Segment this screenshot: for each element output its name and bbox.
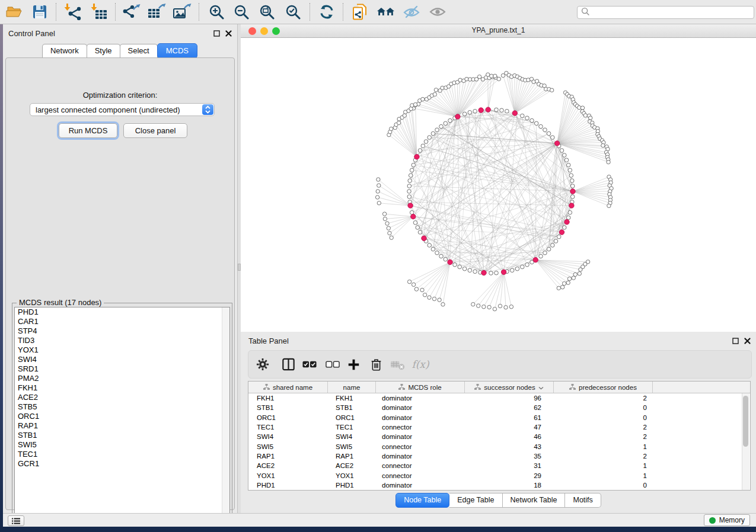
- leaf-node[interactable]: [423, 293, 426, 297]
- leaf-node[interactable]: [497, 77, 500, 81]
- ring-node[interactable]: [505, 109, 509, 113]
- search-input[interactable]: [577, 6, 754, 19]
- leaf-node[interactable]: [482, 305, 486, 309]
- column-header-predecessor-nodes[interactable]: predecessor nodes: [554, 382, 653, 393]
- network-window-titlebar[interactable]: YPA_prune.txt_1: [241, 24, 756, 38]
- mcds-list-item[interactable]: YOX1: [15, 345, 229, 355]
- ring-node[interactable]: [413, 221, 417, 225]
- delete-table-icon[interactable]: [389, 357, 406, 372]
- float-panel-icon[interactable]: [731, 336, 740, 345]
- leaf-node[interactable]: [589, 116, 592, 120]
- ring-node[interactable]: [543, 251, 547, 255]
- leaf-node[interactable]: [607, 204, 611, 207]
- ring-node[interactable]: [547, 247, 551, 251]
- leaf-node[interactable]: [487, 305, 491, 309]
- ring-node[interactable]: [568, 210, 572, 214]
- mcds-list-item[interactable]: SRD1: [15, 364, 229, 374]
- import-table-icon[interactable]: [90, 4, 109, 20]
- deselect-checkboxes-icon[interactable]: [324, 357, 341, 372]
- column-header-MCDS-role[interactable]: MCDS role: [376, 382, 465, 393]
- scrollbar-thumb[interactable]: [743, 396, 748, 447]
- ring-node[interactable]: [407, 190, 412, 194]
- tab-edge-table[interactable]: Edge Table: [449, 493, 502, 508]
- first-neighbors-icon[interactable]: [377, 4, 395, 20]
- mcds-list-item[interactable]: SWI4: [15, 355, 229, 364]
- ring-node[interactable]: [525, 263, 529, 267]
- mcds-list-item[interactable]: CAR1: [15, 317, 229, 326]
- ring-node[interactable]: [530, 118, 534, 123]
- add-column-icon[interactable]: [345, 357, 362, 372]
- mcds-hub-node[interactable]: [486, 107, 490, 112]
- leaf-node[interactable]: [490, 74, 493, 78]
- leaf-node[interactable]: [397, 121, 401, 124]
- table-row[interactable]: PHD1PHD1dominator180: [248, 480, 750, 490]
- ring-node[interactable]: [495, 271, 499, 275]
- mcds-result-list[interactable]: PHD1CAR1STP4TID3YOX1SWI4SRD1PMA2FKH1ACE2…: [14, 307, 230, 520]
- mcds-hub-node[interactable]: [569, 203, 574, 208]
- mcds-list-item[interactable]: PMA2: [15, 374, 229, 383]
- leaf-node[interactable]: [388, 231, 391, 235]
- mcds-list-item[interactable]: TEC1: [15, 450, 229, 459]
- list-scrollbar[interactable]: [222, 307, 229, 520]
- mcds-list-item[interactable]: ORC1: [15, 412, 229, 421]
- function-builder-icon[interactable]: f(x): [410, 357, 431, 372]
- leaf-node[interactable]: [578, 272, 581, 275]
- ring-node[interactable]: [564, 158, 569, 162]
- mcds-hub-node[interactable]: [512, 111, 517, 116]
- leaf-node[interactable]: [493, 74, 497, 78]
- mcds-hub-node[interactable]: [479, 108, 483, 113]
- ring-node[interactable]: [557, 235, 561, 239]
- mcds-hub-node[interactable]: [559, 230, 564, 235]
- ring-node[interactable]: [500, 108, 504, 113]
- ring-node[interactable]: [462, 112, 467, 116]
- refresh-icon[interactable]: [317, 4, 336, 20]
- mcds-hub-node[interactable]: [501, 270, 506, 274]
- mcds-hub-node[interactable]: [455, 114, 460, 119]
- ring-node[interactable]: [570, 184, 575, 188]
- ring-node[interactable]: [468, 268, 472, 273]
- ring-node[interactable]: [539, 254, 543, 258]
- ring-node[interactable]: [444, 257, 448, 261]
- mcds-list-item[interactable]: TID3: [15, 336, 229, 345]
- leaf-node[interactable]: [428, 296, 431, 299]
- mcds-hub-node[interactable]: [533, 258, 538, 262]
- ring-node[interactable]: [439, 254, 444, 258]
- table-row[interactable]: ACE2ACE2connector311: [248, 461, 750, 470]
- leaf-node[interactable]: [601, 143, 605, 147]
- table-row[interactable]: SWI4SWI4dominator462: [248, 432, 750, 441]
- network-canvas[interactable]: [241, 38, 756, 332]
- export-network-icon[interactable]: [122, 4, 141, 20]
- ring-node[interactable]: [431, 247, 435, 251]
- ring-node[interactable]: [563, 226, 567, 230]
- save-icon[interactable]: [30, 4, 49, 20]
- mcds-hub-node[interactable]: [570, 189, 575, 194]
- leaf-node[interactable]: [567, 277, 571, 280]
- table-row[interactable]: YOX1YOX1connector291: [248, 470, 750, 480]
- leaf-node[interactable]: [420, 288, 424, 291]
- ring-node[interactable]: [412, 163, 416, 167]
- leaf-node[interactable]: [375, 196, 379, 199]
- tab-network[interactable]: Network: [42, 44, 87, 57]
- ring-node[interactable]: [439, 124, 444, 129]
- leaf-node[interactable]: [504, 306, 508, 309]
- open-icon[interactable]: [5, 4, 24, 20]
- ring-node[interactable]: [554, 239, 558, 243]
- ring-node[interactable]: [551, 136, 555, 140]
- ring-node[interactable]: [560, 149, 564, 153]
- export-image-icon[interactable]: [173, 4, 192, 20]
- leaf-node[interactable]: [376, 190, 379, 193]
- delete-column-trash-icon[interactable]: [368, 357, 384, 372]
- leaf-node[interactable]: [441, 303, 445, 306]
- table-scrollbar[interactable]: [742, 393, 749, 490]
- leaf-node[interactable]: [438, 298, 441, 302]
- table-row[interactable]: STB1STB1dominator620: [248, 403, 750, 412]
- ring-node[interactable]: [444, 121, 448, 126]
- ring-node[interactable]: [525, 116, 529, 120]
- ring-node[interactable]: [468, 110, 472, 114]
- ring-node[interactable]: [489, 271, 493, 275]
- mcds-list-item[interactable]: STP4: [15, 326, 229, 336]
- show-all-eye-icon[interactable]: [428, 4, 447, 20]
- mcds-list-item[interactable]: GCR1: [15, 459, 229, 469]
- ring-node[interactable]: [431, 132, 435, 136]
- column-header-shared-name[interactable]: shared name: [248, 382, 328, 393]
